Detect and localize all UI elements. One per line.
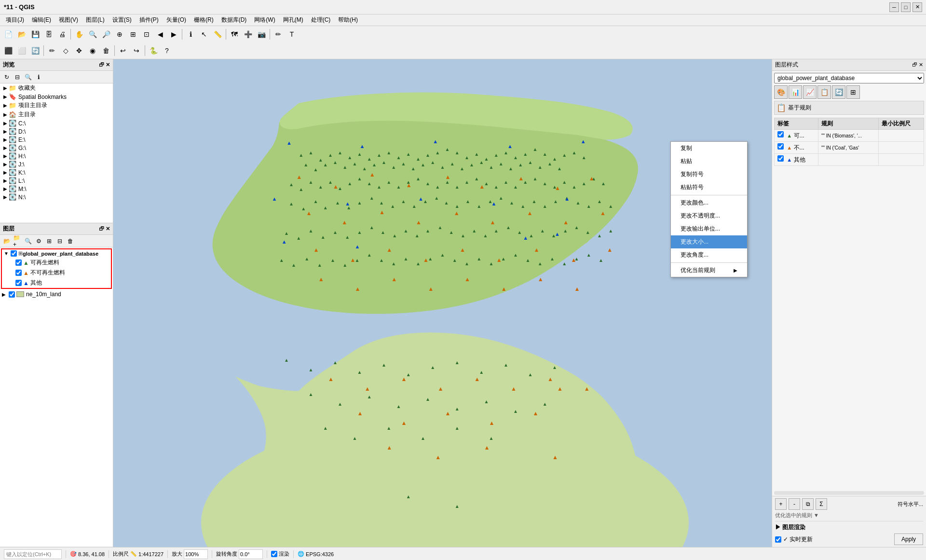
map-canvas[interactable]: ▲▲▲ ▲▲▲ ▲▲▲ ▲▲▲ ▲▲▲ ▲▲▲ ▲▲▲ ▲▲▲ ▲▲▲ ▲▲▲ … — [113, 59, 772, 547]
browser-item-h[interactable]: ▶ 💽 H:\ — [0, 152, 113, 160]
node-tool[interactable]: ◉ — [86, 44, 99, 57]
legend-tab-graduated[interactable]: 📈 — [803, 85, 817, 99]
duplicate-rule-button[interactable]: ⧉ — [802, 498, 814, 510]
browser-properties-button[interactable]: ℹ — [34, 72, 43, 82]
realtime-checkbox-input[interactable] — [775, 536, 781, 543]
browser-item-c[interactable]: ▶ 💽 C:\ — [0, 119, 113, 127]
legend-tab-single[interactable]: 🎨 — [774, 85, 788, 99]
render-checkbox[interactable] — [271, 551, 277, 557]
browser-item-d[interactable]: ▶ 💽 D:\ — [0, 127, 113, 136]
legend-tab-2d[interactable]: ⊞ — [846, 85, 860, 99]
menu-settings[interactable]: 设置(S) — [109, 15, 136, 25]
minimize-button[interactable]: ─ — [889, 2, 899, 12]
legend-rule-row-2[interactable]: ▲ 其他 — [775, 154, 924, 166]
rule-checkbox-2[interactable] — [777, 155, 784, 162]
browser-item-m[interactable]: ▶ 💽 M:\ — [0, 185, 113, 193]
browser-item-e[interactable]: ▶ 💽 E:\ — [0, 136, 113, 144]
add-vector-button[interactable]: ➕ — [242, 28, 254, 41]
legend-tab-categories[interactable]: 📊 — [789, 85, 802, 99]
ctx-change-color[interactable]: 更改颜色... — [671, 196, 747, 209]
menu-raster[interactable]: 栅格(R) — [190, 15, 218, 25]
menu-edit[interactable]: 编辑(E) — [28, 15, 55, 25]
measure-button[interactable]: 📏 — [211, 28, 224, 41]
ctx-change-angle[interactable]: 更改角度... — [671, 248, 747, 261]
add-rule-button[interactable]: + — [775, 498, 787, 510]
sublayer-visibility-checkbox[interactable] — [15, 260, 22, 266]
save-as-button[interactable]: 🗄 — [42, 28, 55, 41]
browser-item-bookmarks[interactable]: ▶ 🔖 Spatial Bookmarks — [0, 93, 113, 101]
apply-button[interactable]: Apply — [894, 533, 923, 545]
save-project-button[interactable]: 💾 — [29, 28, 41, 41]
refine-rule-button[interactable]: Σ — [816, 498, 827, 510]
remove-rule-button[interactable]: - — [789, 498, 800, 510]
invert-select-button[interactable]: 🔄 — [29, 44, 41, 57]
browser-filter-button[interactable]: 🔍 — [23, 72, 33, 82]
ctx-change-units[interactable]: 更改输出单位... — [671, 222, 747, 235]
zoom-layer-button[interactable]: ⊡ — [140, 28, 153, 41]
layer-visibility-checkbox[interactable] — [11, 250, 17, 257]
ctx-change-opacity[interactable]: 更改不透明度... — [671, 209, 747, 222]
layer-sublayer-other[interactable]: ▲ 其他 — [2, 278, 111, 288]
digitize-button[interactable]: ✏ — [272, 28, 285, 41]
add-group-button[interactable]: 📁+ — [13, 236, 22, 246]
layer-filter-button[interactable]: ⚙ — [34, 236, 43, 246]
identify-button[interactable]: ℹ — [184, 28, 197, 41]
browser-item-n[interactable]: ▶ 💽 N:\ — [0, 193, 113, 201]
delete-feature-button[interactable]: 🗑 — [100, 44, 112, 57]
open-project-button[interactable]: 📂 — [15, 28, 28, 41]
select-all-button[interactable]: ⬛ — [2, 44, 14, 57]
layer-visibility-checkbox[interactable] — [9, 291, 15, 298]
browser-collapse-button[interactable]: ⊟ — [13, 72, 22, 82]
legend-scrollbar[interactable] — [774, 491, 924, 495]
help-button[interactable]: ? — [161, 44, 173, 57]
ctx-paste[interactable]: 粘贴 — [671, 155, 747, 168]
optimize-selected-label[interactable]: 优化选中的规则 ▼ — [775, 512, 923, 519]
move-feature-button[interactable]: ✥ — [73, 44, 85, 57]
browser-item-home[interactable]: ▶ 🏠 主目录 — [0, 110, 113, 119]
rotation-input[interactable] — [239, 549, 263, 559]
print-button[interactable]: 🖨 — [56, 28, 68, 41]
browser-item-favorites[interactable]: ▶ 📁 收藏夹 — [0, 83, 113, 93]
realtime-update-checkbox[interactable]: ✓ 实时更新 — [775, 535, 813, 544]
menu-network[interactable]: 网络(W) — [250, 15, 279, 25]
ctx-change-size[interactable]: 更改大小... — [671, 235, 747, 248]
browser-item-j[interactable]: ▶ 💽 J:\ — [0, 160, 113, 168]
expand-all-button[interactable]: ⊞ — [44, 236, 54, 246]
symbol-level-label[interactable]: 符号水平... — [898, 501, 923, 508]
collapse-all-button[interactable]: ⊟ — [55, 236, 65, 246]
python-button[interactable]: 🐍 — [147, 44, 160, 57]
layer-sublayer-nonrenewable[interactable]: ▲ 不可再生燃料 — [2, 268, 111, 278]
add-feature-button[interactable]: ◇ — [59, 44, 72, 57]
sublayer-visibility-checkbox[interactable] — [15, 280, 22, 286]
ctx-copy-symbol[interactable]: 复制符号 — [671, 168, 747, 181]
menu-processing[interactable]: 处理(C) — [307, 15, 335, 25]
zoom-out-tool[interactable]: 🔎 — [100, 28, 112, 41]
maximize-button[interactable]: □ — [901, 2, 911, 12]
menu-layer[interactable]: 图层(L) — [82, 15, 109, 25]
legend-rule-row-1[interactable]: ▲ 不... "" IN ('Coal', 'Gas' — [775, 142, 924, 154]
undo-button[interactable]: ↩ — [117, 44, 129, 57]
browser-refresh-button[interactable]: ↻ — [2, 72, 12, 82]
menu-view[interactable]: 视图(V) — [55, 15, 82, 25]
browser-item-l[interactable]: ▶ 💽 L:\ — [0, 177, 113, 185]
layer-ne-10m-land[interactable]: ▶ ne_10m_land — [0, 290, 113, 299]
browser-item-g[interactable]: ▶ 💽 G:\ — [0, 144, 113, 152]
zoom-next-button[interactable]: ▶ — [167, 28, 180, 41]
zoom-selection-button[interactable]: ⊞ — [127, 28, 139, 41]
menu-vector[interactable]: 矢量(O) — [163, 15, 190, 25]
remove-layer-button[interactable]: 🗑 — [66, 236, 75, 246]
label-button[interactable]: T — [286, 28, 298, 41]
browser-item-project-home[interactable]: ▶ 📁 项目主目录 — [0, 101, 113, 110]
menu-help[interactable]: 帮助(H) — [334, 15, 362, 25]
deselect-button[interactable]: ⬜ — [15, 44, 28, 57]
new-project-button[interactable]: 📄 — [2, 28, 14, 41]
magnifier-input[interactable] — [184, 549, 208, 559]
legend-tab-inverted[interactable]: 🔄 — [832, 85, 845, 99]
zoom-in-tool[interactable]: 🔍 — [86, 28, 99, 41]
legend-rule-row-0[interactable]: ▲ 可... "" IN ('Biomass', '... — [775, 130, 924, 142]
zoom-full-button[interactable]: ⊕ — [113, 28, 126, 41]
sublayer-visibility-checkbox[interactable] — [15, 270, 22, 276]
add-raster-button[interactable]: 📷 — [255, 28, 268, 41]
menu-project[interactable]: 项目(J) — [2, 15, 28, 25]
edit-tool[interactable]: ✏ — [46, 44, 58, 57]
